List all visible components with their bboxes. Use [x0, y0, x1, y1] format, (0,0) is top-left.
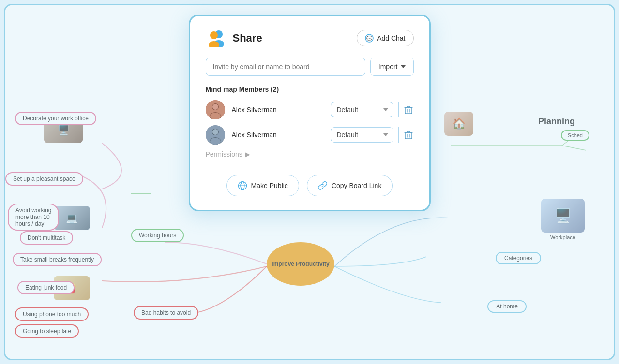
avatar: [206, 100, 225, 119]
svg-point-9: [212, 104, 218, 110]
invite-row: Import: [206, 58, 414, 76]
delete-member-button[interactable]: [398, 127, 414, 143]
trash-icon: [404, 130, 413, 140]
chat-icon: 💬: [365, 34, 374, 43]
modal-title-group: Share: [206, 29, 262, 47]
member-controls: Default Admin Viewer: [326, 102, 414, 117]
member-controls: Default Admin Viewer: [326, 127, 414, 143]
make-public-button[interactable]: Make Public: [226, 175, 299, 196]
invite-input[interactable]: [206, 58, 365, 76]
trash-icon: [404, 105, 413, 115]
import-button[interactable]: Import: [370, 58, 414, 76]
add-chat-button[interactable]: 💬 Add Chat: [357, 30, 413, 46]
link-icon: [318, 181, 328, 190]
share-modal: Share 💬 Add Chat Import Mind map: [189, 15, 431, 211]
chevron-right-icon: ▶: [245, 150, 250, 158]
member-name: Alex Silverman: [232, 106, 319, 114]
globe-icon: [238, 181, 247, 190]
delete-member-button[interactable]: [398, 102, 414, 117]
share-people-icon: [206, 29, 227, 47]
table-row: Alex Silverman Default Admin Viewer: [206, 100, 414, 119]
modal-header: Share 💬 Add Chat: [206, 29, 414, 47]
permissions-link[interactable]: Permissions ▶: [206, 150, 414, 158]
copy-board-link-button[interactable]: Copy Board Link: [307, 175, 393, 196]
role-select[interactable]: Default Admin Viewer: [331, 127, 393, 143]
member-name: Alex Silverman: [232, 131, 319, 139]
svg-rect-17: [405, 132, 412, 139]
svg-point-2: [210, 31, 218, 39]
action-buttons: Make Public Copy Board Link: [206, 175, 414, 196]
members-heading: Mind map Members (2): [206, 86, 414, 93]
modal-backdrop: Share 💬 Add Chat Import Mind map: [0, 0, 619, 364]
svg-point-15: [212, 129, 218, 135]
chevron-down-icon: [401, 65, 406, 68]
permissions-row: Permissions ▶: [206, 150, 414, 158]
divider: [206, 167, 414, 167]
role-select[interactable]: Default Admin Viewer: [331, 102, 393, 117]
avatar: [206, 125, 225, 145]
table-row: Alex Silverman Default Admin Viewer: [206, 125, 414, 145]
svg-text:💬: 💬: [366, 35, 373, 42]
svg-rect-11: [405, 107, 412, 114]
modal-title: Share: [233, 32, 262, 44]
